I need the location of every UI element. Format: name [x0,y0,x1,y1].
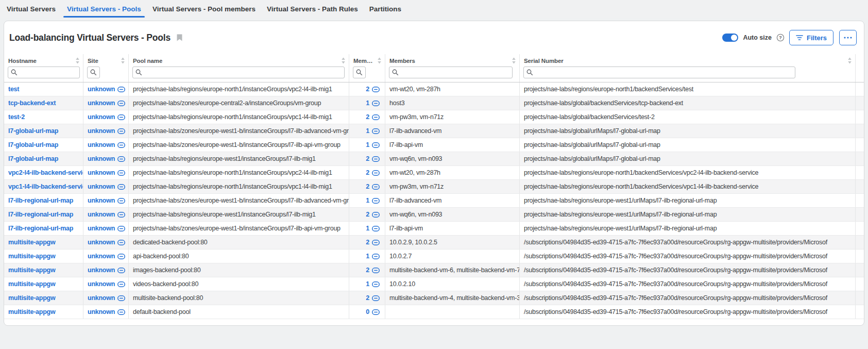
column-sort-header[interactable]: Hostname [4,54,83,65]
member-count-link[interactable]: 2 [366,263,380,277]
site-link[interactable]: unknown [88,208,125,221]
table-row[interactable]: multisite-appgw unknown videos-backend-p… [4,277,864,291]
site-link[interactable]: unknown [88,138,125,152]
member-count-link[interactable]: 1 [366,124,380,138]
hostname-link[interactable]: test-2 [8,110,25,124]
column-filter-box[interactable] [132,67,345,78]
member-count-link[interactable]: 1 [366,277,380,291]
table-row[interactable]: multisite-appgw unknown multisite-backen… [4,291,864,305]
column-filter-box[interactable] [87,67,100,78]
member-count-link[interactable]: 1 [366,250,380,263]
sort-icon[interactable] [121,57,125,64]
member-count-link[interactable]: 2 [366,152,380,165]
sort-icon[interactable] [512,57,516,64]
hostname-link[interactable]: l7-ilb-regional-url-map [8,194,73,207]
tab-virtual-servers[interactable]: Virtual Servers [1,0,61,18]
member_count-search-input[interactable] [364,67,365,78]
member-count-link[interactable]: 1 [366,96,380,110]
site-link[interactable]: unknown [88,250,125,263]
hostname-link[interactable]: multisite-appgw [8,250,55,263]
hostname-link[interactable]: vpc2-l4-ilb-backend-service [8,166,83,179]
table-row[interactable]: multisite-appgw unknown default-backend-… [4,305,864,319]
column-filter-box[interactable] [389,67,513,78]
site-link[interactable]: unknown [88,222,125,235]
hostname-link[interactable]: multisite-appgw [8,305,55,319]
hostname-link[interactable]: l7-global-url-map [8,124,58,138]
site-link[interactable]: unknown [88,152,125,165]
table-row[interactable]: l7-global-url-map unknown projects/nae-l… [4,124,864,138]
filters-button[interactable]: Filters [789,30,833,45]
table-row[interactable]: test-2 unknown projects/nae-labs/regions… [4,110,864,124]
table-row[interactable]: multisite-appgw unknown dedicated-backen… [4,236,864,250]
members-search-input[interactable] [400,67,512,78]
table-row[interactable]: l7-ilb-regional-url-map unknown projects… [4,222,864,236]
member-count-link[interactable]: 1 [366,138,380,152]
hostname-link[interactable]: l7-ilb-regional-url-map [8,222,73,235]
column-sort-header[interactable]: Pool name [129,54,349,65]
hostname-link[interactable]: tcp-backend-ext [8,96,56,110]
member-count-link[interactable]: 2 [366,166,380,179]
member-count-link[interactable]: 2 [366,236,380,249]
hostname-link[interactable]: l7-ilb-regional-url-map [8,208,73,221]
table-row[interactable]: l7-ilb-regional-url-map unknown projects… [4,208,864,222]
site-link[interactable]: unknown [88,110,125,124]
table-row[interactable]: multisite-appgw unknown images-backend-p… [4,263,864,277]
serial_number-search-input[interactable] [535,67,795,78]
hostname-link[interactable]: test [8,82,19,96]
site-link[interactable]: unknown [88,124,125,138]
site-link[interactable]: unknown [88,291,125,305]
column-filter-box[interactable] [523,67,795,78]
site-search-input[interactable] [98,67,99,78]
sort-icon[interactable] [76,57,79,64]
site-link[interactable]: unknown [88,180,125,193]
hostname-link[interactable]: l7-global-url-map [8,152,58,165]
member-count-link[interactable]: 2 [366,110,380,124]
member-count-link[interactable]: 1 [366,194,380,207]
column-filter-box[interactable] [353,67,366,78]
table-row[interactable]: vpc2-l4-ilb-backend-service unknown proj… [4,166,864,180]
site-link[interactable]: unknown [88,82,125,96]
hostname-link[interactable]: l7-global-url-map [8,138,58,152]
tab-virtual-servers-pool-members[interactable]: Virtual Servers - Pool members [147,0,261,18]
table-row[interactable]: l7-global-url-map unknown projects/nae-l… [4,138,864,152]
table-row[interactable]: test unknown projects/nae-labs/regions/e… [4,82,864,96]
table-row[interactable]: vpc1-l4-ilb-backend-service unknown proj… [4,180,864,194]
site-link[interactable]: unknown [88,305,125,319]
hostname-search-input[interactable] [19,67,79,78]
sort-icon[interactable] [848,57,852,64]
member-count-link[interactable]: 2 [366,291,380,305]
tab-virtual-servers-pools[interactable]: Virtual Servers - Pools [61,0,147,18]
table-row[interactable]: l7-ilb-regional-url-map unknown projects… [4,194,864,208]
site-link[interactable]: unknown [88,263,125,277]
tab-partitions[interactable]: Partitions [364,0,407,18]
help-icon[interactable]: ? [776,34,785,42]
bookmark-icon[interactable] [177,34,182,41]
column-sort-header[interactable]: Serial Number [520,54,855,65]
member-count-link[interactable]: 0 [366,305,380,319]
sort-icon[interactable] [342,57,345,64]
table-row[interactable]: tcp-backend-ext unknown projects/nae-lab… [4,96,864,110]
hostname-link[interactable]: multisite-appgw [8,277,55,291]
member-count-link[interactable]: 2 [366,208,380,221]
site-link[interactable]: unknown [88,166,125,179]
site-link[interactable]: unknown [88,236,125,249]
hostname-link[interactable]: multisite-appgw [8,263,55,277]
sort-icon[interactable] [378,57,381,64]
column-filter-box[interactable] [8,67,80,78]
site-link[interactable]: unknown [88,277,125,291]
hostname-link[interactable]: vpc1-l4-ilb-backend-service [8,180,83,193]
site-link[interactable]: unknown [88,194,125,207]
column-sort-header[interactable]: Mem… [349,54,385,65]
hostname-link[interactable]: multisite-appgw [8,291,55,305]
member-count-link[interactable]: 2 [366,180,380,193]
hostname-link[interactable]: multisite-appgw [8,236,55,249]
member-count-link[interactable]: 1 [366,222,380,235]
member-count-link[interactable]: 2 [366,82,380,96]
more-options-button[interactable] [839,30,857,45]
tab-virtual-servers-path-rules[interactable]: Virtual Servers - Path Rules [261,0,364,18]
column-sort-header[interactable]: Members [385,54,519,65]
column-sort-header[interactable]: Site [83,54,128,65]
table-row[interactable]: multisite-appgw unknown api-backend-pool… [4,250,864,263]
site-link[interactable]: unknown [88,96,125,110]
auto-size-toggle[interactable] [722,34,738,42]
